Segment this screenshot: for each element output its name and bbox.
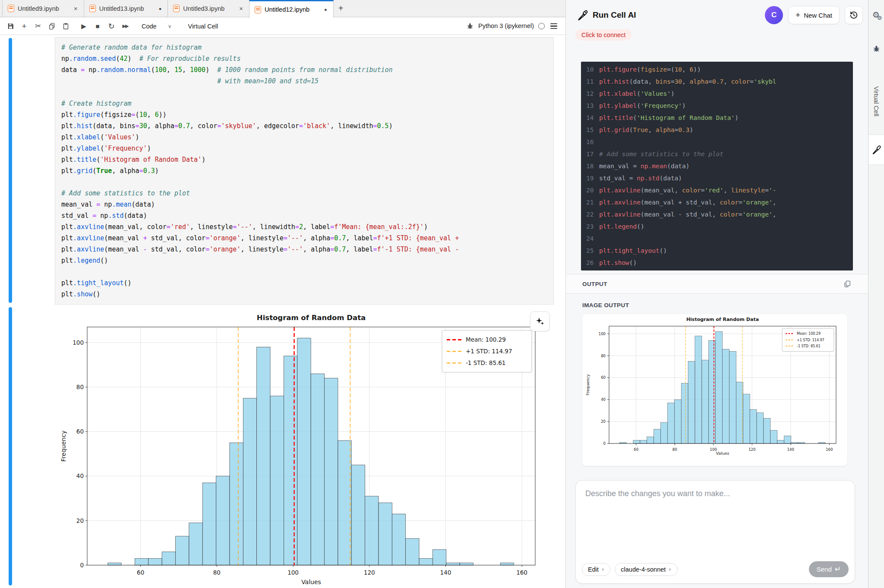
tab-untitled13-ipynb[interactable]: Untitled13.ipynb● <box>84 0 168 17</box>
ai-code-line: 18mean_val = np.mean(data) <box>581 160 853 172</box>
copy-output-button[interactable] <box>843 280 852 288</box>
ai-sparkle-button[interactable] <box>530 311 550 331</box>
svg-text:Values: Values <box>301 579 321 585</box>
svg-text:+1 STD: 114.97: +1 STD: 114.97 <box>797 338 824 342</box>
notebook-file-icon <box>8 5 14 12</box>
ai-code-line: 11plt.hist(data, bins=30, alpha=0.7, col… <box>581 75 853 88</box>
dirty-indicator: ● <box>322 7 329 12</box>
code-line: plt.grid(True, alpha=0.3) <box>61 165 547 176</box>
run-cell-button[interactable]: ▶ <box>78 20 90 32</box>
tab-untitled9-ipynb[interactable]: Untitled9.ipynb× <box>2 0 84 17</box>
svg-text:Histogram of Random Data: Histogram of Random Data <box>686 317 759 322</box>
model-dropdown[interactable]: claude-4-sonnet ∧ <box>615 563 677 576</box>
line-number: 11 <box>581 75 599 88</box>
image-output-label: IMAGE OUTPUT <box>582 302 629 308</box>
history-clock-icon <box>849 10 859 20</box>
ai-code-line: 21plt.axvline(mean_val + std_val, color=… <box>581 196 853 208</box>
return-icon: ↵ <box>835 565 841 574</box>
line-number: 13 <box>581 100 599 112</box>
close-icon[interactable]: × <box>237 5 245 12</box>
run-cell-ai-tab[interactable] <box>868 135 884 165</box>
code-line <box>61 266 547 277</box>
debugger-tab[interactable] <box>868 40 884 57</box>
insert-cell-button[interactable]: + <box>18 20 30 32</box>
svg-text:120: 120 <box>364 569 375 576</box>
line-number: 18 <box>581 160 599 172</box>
stop-kernel-button[interactable]: ■ <box>92 20 104 32</box>
svg-text:Values: Values <box>716 451 729 456</box>
svg-text:Frequency: Frequency <box>60 431 67 462</box>
virtual-cell-tab[interactable]: Virtual Cell <box>868 69 884 134</box>
virtual-cell-label: Virtual Cell <box>188 23 218 30</box>
ai-code-line: 19std_val = np.std(data) <box>581 172 853 184</box>
svg-text:20: 20 <box>76 517 84 524</box>
svg-text:Histogram of Random Data: Histogram of Random Data <box>257 314 366 322</box>
svg-text:60: 60 <box>137 569 144 576</box>
debugger-bug-icon[interactable] <box>466 22 474 30</box>
svg-text:100: 100 <box>287 569 299 576</box>
code-line: plt.legend() <box>61 255 547 266</box>
plus-icon: + <box>796 10 800 20</box>
svg-text:-1 STD: 85.61: -1 STD: 85.61 <box>797 344 821 348</box>
cell-type-dropdown[interactable]: Code ∨ <box>138 21 175 31</box>
svg-text:120: 120 <box>748 447 755 452</box>
svg-text:20: 20 <box>601 419 606 424</box>
tab-untitled12-ipynb[interactable]: Untitled12.ipynb● <box>249 0 334 18</box>
tab-bar: Untitled9.ipynb×Untitled13.ipynb●Untitle… <box>0 0 565 17</box>
restart-run-all-button[interactable]: ▶▶ <box>119 20 131 32</box>
copy-cell-button[interactable] <box>46 20 58 32</box>
histogram-plot-thumbnail: 6080100120140160020406080100Histogram of… <box>582 314 847 466</box>
hamburger-menu-icon[interactable] <box>549 22 559 30</box>
code-line: # Add some statistics to the plot <box>61 188 547 199</box>
code-line: # Create histogram <box>61 98 547 109</box>
svg-text:Mean: 100.29: Mean: 100.29 <box>797 332 821 336</box>
kernel-name[interactable]: Python 3 (ipykernel) <box>478 22 534 29</box>
fast-forward-icon: ▶▶ <box>123 23 128 29</box>
cell-collapser-input[interactable] <box>9 38 12 303</box>
svg-text:Mean: 100.29: Mean: 100.29 <box>466 336 506 343</box>
chat-input[interactable]: Describe the changes you want to make... <box>576 481 855 507</box>
ai-code-line: 26plt.show() <box>581 257 853 269</box>
connect-status-pill[interactable]: Click to connect <box>575 29 631 41</box>
cell-collapser-output[interactable] <box>9 307 12 585</box>
line-number: 20 <box>581 184 599 196</box>
svg-text:80: 80 <box>213 569 221 576</box>
sparkles-icon <box>535 316 545 327</box>
ai-code-line: 22plt.axvline(mean_val - std_val, color=… <box>581 208 853 220</box>
paste-cell-button[interactable] <box>60 20 72 32</box>
dirty-indicator: ● <box>157 6 164 11</box>
restart-kernel-button[interactable]: ↻ <box>105 20 117 32</box>
code-line: plt.figure(figsize=(10, 6)) <box>61 109 547 120</box>
save-button[interactable] <box>4 20 16 32</box>
mode-value: Edit <box>588 566 599 573</box>
run-icon: ▶ <box>81 22 86 30</box>
tab-untitled3-ipynb[interactable]: Untitled3.ipynb× <box>167 0 249 17</box>
code-line: # with mean=100 and std=15 <box>61 75 547 87</box>
svg-text:140: 140 <box>787 447 794 452</box>
avatar[interactable]: C <box>765 6 783 24</box>
kernel-status-icon[interactable] <box>538 23 545 29</box>
cut-cell-button[interactable]: ✂ <box>32 20 44 32</box>
code-line: # Generate random data for histogram <box>61 42 547 53</box>
new-chat-button[interactable]: + New Chat <box>788 6 840 24</box>
code-line <box>61 87 547 98</box>
ai-code-preview[interactable]: 10plt.figure(figsize=(10, 6))11plt.hist(… <box>581 62 853 270</box>
svg-text:60: 60 <box>601 375 606 380</box>
property-inspector-tab[interactable]: ⚙⚙ <box>868 5 884 24</box>
notebook-file-icon <box>173 5 180 12</box>
notebook-toolbar: + ✂ ▶ ■ ↻ ▶▶ Code ∨ Virtual Cell <box>0 18 565 35</box>
line-number: 22 <box>581 208 599 220</box>
output-label: OUTPUT <box>582 281 607 287</box>
line-number: 23 <box>581 220 599 233</box>
ai-code-line: 13plt.ylabel('Frequency') <box>581 100 853 112</box>
mode-dropdown[interactable]: Edit ∧ <box>582 563 610 576</box>
code-line: plt.show() <box>61 289 547 300</box>
new-tab-button[interactable]: + <box>334 0 348 17</box>
svg-text:80: 80 <box>76 384 84 390</box>
send-button[interactable]: Send ↵ <box>809 561 849 577</box>
code-line: mean_val = np.mean(data) <box>61 199 547 210</box>
code-line: plt.hist(data, bins=30, alpha=0.7, color… <box>61 120 547 132</box>
chat-history-button[interactable] <box>845 6 863 24</box>
code-cell-editor[interactable]: # Generate random data for histogramnp.r… <box>55 37 554 305</box>
close-icon[interactable]: × <box>72 5 79 12</box>
